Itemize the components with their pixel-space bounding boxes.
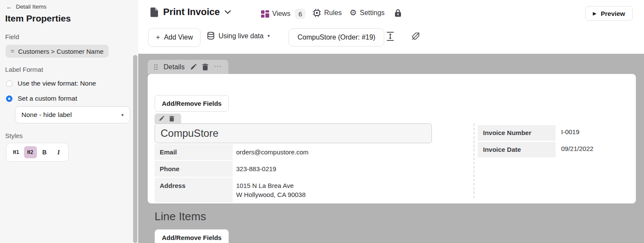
back-link-label: Detail Items [16, 3, 46, 10]
field-chip-label: Customers > Customer Name [18, 48, 103, 55]
details-section-tab[interactable]: Details ··· [148, 60, 228, 74]
row-height-button[interactable] [386, 31, 395, 41]
customer-name-field[interactable]: CompuStore [155, 123, 432, 143]
radio-off-icon[interactable] [6, 80, 12, 87]
styles-section-label: Styles [5, 132, 23, 139]
field-value-cell: orders@compustore.com [236, 144, 309, 160]
field-label-cell: Phone [155, 161, 233, 177]
lock-button[interactable] [395, 9, 401, 17]
rules-label: Rules [324, 9, 342, 17]
label-format-dropdown[interactable]: None - hide label ▾ [15, 106, 130, 123]
add-remove-fields-label: Add/Remove Fields [162, 234, 222, 241]
app-window: ← Detail Items Item Properties Field = C… [0, 0, 644, 243]
tag-off-icon [410, 31, 421, 41]
details-tab-label: Details [164, 63, 185, 71]
settings-label: Settings [360, 9, 385, 17]
edit-pencil-icon[interactable] [159, 116, 164, 121]
style-h2-button[interactable]: H2 [24, 146, 37, 158]
play-icon: ▶ [593, 11, 596, 16]
line-items-add-remove-fields-button[interactable]: Add/Remove Fields [155, 229, 229, 243]
radio-custom-format-label: Set a custom format [18, 95, 77, 102]
trash-icon[interactable] [202, 64, 208, 71]
customer-fields-table: Email orders@compustore.com Phone 323-88… [155, 144, 432, 203]
details-card: Add/Remove Fields CompuStore [148, 74, 636, 203]
lock-icon [395, 9, 401, 17]
back-arrow-icon: ← [6, 3, 12, 10]
table-row[interactable]: Invoice Date 09/21/2022 [478, 142, 632, 157]
views-label: Views [272, 10, 290, 18]
preview-button[interactable]: ▶ Preview [585, 6, 633, 21]
radio-on-icon[interactable] [6, 95, 12, 102]
preview-label: Preview [601, 10, 625, 17]
line-items-heading: Line Items [155, 210, 206, 223]
main-area: Print Invoice Views 6 [138, 0, 644, 243]
record-selector-label: CompuStore (Order: #19) [298, 34, 375, 41]
table-row[interactable]: Invoice Number I-0019 [478, 125, 632, 141]
style-h1-button[interactable]: H1 [10, 146, 23, 158]
more-options-icon[interactable]: ··· [214, 62, 222, 71]
gear-icon: ⚙ [349, 9, 357, 17]
address-line-1: 1015 N La Brea Ave [236, 181, 306, 190]
drag-handle-icon[interactable] [154, 64, 158, 70]
field-label-cell: Email [155, 144, 233, 160]
document-title-group[interactable]: Print Invoice [150, 6, 231, 18]
chevron-down-icon: ▾ [267, 33, 270, 39]
field-value-cell: 323-883-0219 [236, 161, 276, 177]
sidebar-title: Item Properties [5, 13, 71, 24]
views-icon [261, 10, 269, 18]
record-selector-button[interactable]: CompuStore (Order: #19) [289, 28, 384, 46]
customer-name-value: CompuStore [161, 127, 219, 139]
table-row[interactable]: Phone 323-883-0219 [155, 161, 432, 177]
add-view-button[interactable]: + Add View [148, 28, 200, 47]
document-icon [150, 7, 158, 17]
plus-icon: + [156, 33, 160, 42]
views-count-badge: 6 [295, 9, 305, 19]
add-remove-fields-button[interactable]: Add/Remove Fields [155, 95, 229, 112]
data-source-label: Using live data [219, 32, 264, 40]
radio-view-format-label: Use the view format: None [18, 80, 96, 87]
add-view-label: Add View [164, 34, 193, 41]
radio-custom-format[interactable]: Set a custom format [6, 95, 77, 102]
sidebar-scrollbar[interactable] [133, 55, 137, 243]
field-label-cell: Invoice Number [478, 125, 556, 141]
top-toolbar: Print Invoice Views 6 [138, 0, 644, 54]
trash-icon[interactable] [169, 116, 174, 122]
chevron-down-icon: ▾ [121, 112, 124, 118]
vertical-height-icon [386, 31, 395, 41]
rules-chip-icon [313, 9, 321, 17]
field-type-icon: = [11, 48, 14, 55]
styles-button-group: H1 H2 B I [6, 143, 69, 162]
chevron-down-icon [225, 10, 231, 14]
table-row[interactable]: Email orders@compustore.com [155, 144, 432, 160]
properties-sidebar: ← Detail Items Item Properties Field = C… [0, 0, 138, 243]
edit-pencil-icon[interactable] [190, 64, 197, 70]
table-row[interactable]: Address 1015 N La Brea Ave W Hollywood, … [155, 178, 432, 203]
column-divider [474, 123, 474, 198]
field-value-cell: 1015 N La Brea Ave W Hollywood, CA 90038 [236, 178, 306, 203]
data-source-dropdown[interactable]: Using live data ▾ [207, 32, 270, 40]
invoice-fields-table: Invoice Number I-0019 Invoice Date 09/21… [478, 125, 632, 159]
field-value-cell: 09/21/2022 [561, 142, 593, 157]
back-link[interactable]: ← Detail Items [6, 3, 46, 10]
design-canvas: Details ··· Add/Remove Fields [138, 54, 644, 243]
style-italic-button[interactable]: I [52, 146, 65, 158]
radio-view-format[interactable]: Use the view format: None [6, 80, 96, 87]
tab-views[interactable]: Views 6 [261, 9, 305, 19]
label-format-section-label: Label Format [5, 66, 43, 73]
tab-settings[interactable]: ⚙ Settings [349, 9, 385, 17]
label-format-dropdown-value: None - hide label [21, 111, 72, 119]
hide-labels-button[interactable] [410, 31, 421, 41]
address-line-2: W Hollywood, CA 90038 [236, 190, 306, 199]
database-icon [207, 32, 215, 40]
field-label-cell: Invoice Date [478, 142, 556, 157]
field-edit-toolbar [155, 114, 181, 123]
add-remove-fields-label: Add/Remove Fields [162, 100, 222, 107]
style-bold-button[interactable]: B [38, 146, 51, 158]
page-title: Print Invoice [163, 6, 220, 18]
field-value-cell: I-0019 [561, 125, 580, 141]
field-section-label: Field [5, 33, 19, 40]
tab-rules[interactable]: Rules [313, 9, 342, 17]
field-chip[interactable]: = Customers > Customer Name [6, 45, 109, 58]
field-label-cell: Address [155, 178, 233, 203]
